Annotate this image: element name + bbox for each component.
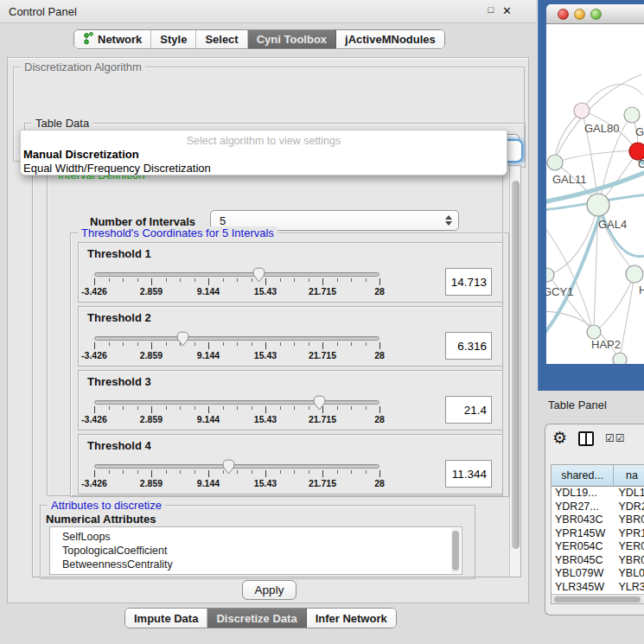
network-canvas[interactable]: GAL80GAGAL11CGAL4GCY1HHAP2 [546,24,644,364]
scrollbar-thumb[interactable] [512,181,520,549]
close-traffic-light-icon[interactable] [558,9,569,20]
table-row[interactable]: YBR045CYBR0 [552,554,644,568]
gal80-node[interactable] [574,103,590,118]
scrollbar-thumb[interactable] [452,531,459,571]
slider-scale-labels: -3.4262.8599.14415.4321.71528 [94,478,379,488]
tick-label: 15.43 [254,414,277,424]
tick-mark [280,470,281,474]
table-cell[interactable]: YBL0 [615,567,644,581]
table-cell[interactable]: YDL1 [615,487,644,501]
combobox-value: 5 [220,214,226,227]
tick-mark [379,278,380,285]
table-cell[interactable]: YBR0 [615,554,644,568]
table-row[interactable]: YBR043CYBR0 [552,513,644,527]
gal4-node[interactable] [587,194,609,216]
select-columns-checkboxes-icon[interactable]: ☑☑ [605,432,626,444]
tab-impute-data[interactable]: Impute Data [125,609,207,628]
dropdown-option-manual[interactable]: Manual Discretization [23,148,139,161]
tab-jactivemnodules[interactable]: jActiveMNodules [336,30,444,48]
bottom-node[interactable] [613,353,627,364]
threshold-4-slider[interactable] [94,464,379,469]
table-row[interactable]: YDR27...YDR2 [552,501,644,514]
table-cell[interactable]: YPR1 [615,527,644,541]
table-cell[interactable]: YBL079W [552,567,615,581]
table-cell[interactable]: YBR043C [552,513,615,527]
table-row[interactable]: YPR145WYPR1 [552,527,644,541]
tick-mark [151,342,152,349]
table-row[interactable]: YLR345WYLR3 [552,581,644,595]
numerical-attributes-list[interactable]: SelfLoopsTopologicalCoefficientBetweenne… [49,526,462,575]
list-item[interactable]: TopologicalCoefficient [62,544,462,558]
tick-mark [280,342,281,346]
dropdown-placeholder-option[interactable]: Select algorithm to view settings [21,135,507,147]
table-cell[interactable]: YDR27... [552,501,615,514]
table-cell[interactable]: YBR0 [615,513,644,527]
threshold-panel-3: Threshold 3 -3.4262.8599.14415.4321.7152… [78,370,503,430]
table-cell[interactable]: YDL19... [552,487,615,501]
tick-mark [94,406,95,413]
tab-style[interactable]: Style [151,30,196,48]
tick-label: -3.426 [81,350,107,360]
slider-ticks [94,278,379,286]
scrollbar-thumb[interactable] [554,596,641,603]
tab-discretize-data[interactable]: Discretize Data [207,609,306,628]
table-toolbar: ⚙ ☑☑ [552,430,626,447]
close-icon[interactable]: ✕ [502,4,512,17]
column-header-shared-name[interactable]: shared... [552,465,614,486]
table-row[interactable]: YER054CYER0 [552,540,644,554]
tab-network[interactable]: Network [74,30,151,48]
threshold-3-value-input[interactable] [445,396,492,424]
threshold-4-value-input[interactable] [445,460,492,488]
table-cell[interactable]: YBR045C [552,554,615,568]
tick-label: 15.43 [254,478,277,488]
top-right-node[interactable] [624,107,640,123]
zoom-traffic-light-icon[interactable] [590,9,602,20]
table-cell[interactable]: YER054C [552,540,615,554]
list-item[interactable]: SelfLoops [62,530,462,544]
table-cell[interactable]: YLR345W [552,581,615,595]
gcy1-node[interactable] [546,268,554,282]
tab-select[interactable]: Select [196,30,247,48]
tick-mark [166,342,167,346]
column-layout-icon[interactable] [578,431,594,446]
tab-label: Select [205,33,238,46]
tick-mark [252,470,252,474]
gal11-node[interactable] [547,155,563,170]
hap2-node[interactable] [587,325,601,339]
tick-mark [223,342,224,346]
threshold-panel-2: Threshold 2 -3.4262.8599.14415.4321.7152… [78,306,503,367]
table-cell[interactable]: YDR2 [615,501,644,514]
table-cell[interactable]: YER0 [615,540,644,554]
dropdown-option-equal-width[interactable]: Equal Width/Frequency Discretization [23,162,211,175]
threshold-1-slider[interactable] [94,272,379,277]
threshold-1-value-input[interactable] [445,268,492,296]
table-cell[interactable]: YLR3 [615,581,644,595]
list-scrollbar[interactable] [451,528,461,573]
float-window-icon[interactable]: □ [488,4,494,17]
panel-scrollbar[interactable] [509,166,520,577]
tick-mark [280,406,281,410]
tab-cyni-toolbox[interactable]: Cyni Toolbox [248,30,336,48]
tick-mark [366,278,367,282]
network-window-titlebar[interactable] [546,4,644,24]
bottom-tabbar: Impute Data Discretize Data Infer Networ… [124,608,397,628]
group-label: Table Data [32,117,92,130]
apply-button[interactable]: Apply [242,580,296,600]
minimize-traffic-light-icon[interactable] [574,9,585,20]
table-row[interactable]: YBL079WYBL0 [552,567,644,581]
table-row[interactable]: YDL19...YDL1 [552,487,644,501]
column-header-name[interactable]: na [614,465,644,486]
threshold-3-slider[interactable] [94,400,379,405]
interval-definition-group: Interval Definition Number of Intervals … [47,175,503,496]
table-cell[interactable]: YPR145W [552,527,615,541]
tick-mark [351,342,352,346]
table-horizontal-scrollbar[interactable] [552,594,644,603]
list-item[interactable]: BetweennessCentrality [62,558,462,571]
threshold-2-slider[interactable] [94,336,379,341]
right-mid-node[interactable] [626,265,643,283]
threshold-2-value-input[interactable] [445,332,492,360]
tick-mark [337,406,338,410]
tab-infer-network[interactable]: Infer Network [307,609,396,628]
gear-icon[interactable]: ⚙ [552,430,567,447]
threshold-label: Threshold 4 [87,439,151,452]
